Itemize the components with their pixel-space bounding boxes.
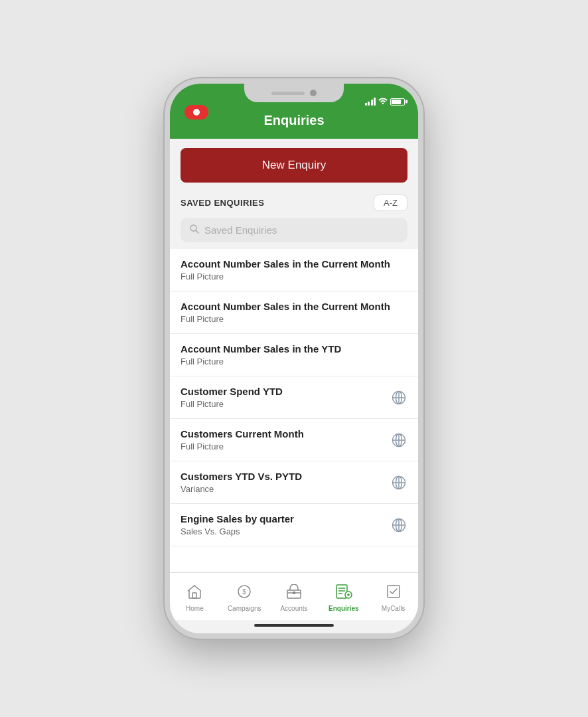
enquiry-title-1: Account Number Sales in the Current Mont…: [181, 258, 407, 270]
page-title: Enquiries: [263, 113, 324, 127]
enquiry-item-3[interactable]: Account Number Sales in the YTD Full Pic…: [170, 334, 418, 376]
enquiry-title-5: Customers Current Month: [181, 428, 390, 439]
signal-icon: [365, 98, 376, 106]
speaker: [271, 92, 305, 95]
search-placeholder: Saved Enquiries: [204, 224, 277, 236]
enquiry-text-3: Account Number Sales in the YTD Full Pic…: [181, 343, 407, 366]
globe-icon-7: [390, 517, 407, 534]
main-content: New Enquiry SAVED ENQUIRIES A-Z Saved En…: [170, 139, 418, 572]
enquiry-text-2: Account Number Sales in the Current Mont…: [181, 301, 407, 324]
record-dot: [193, 109, 200, 116]
tab-enquiries-label: Enquiries: [329, 605, 359, 612]
wifi-icon: [378, 97, 388, 106]
enquiry-subtitle-4: Full Picture: [181, 399, 390, 409]
status-icons: [365, 93, 405, 106]
enquiry-item-4[interactable]: Customer Spend YTD Full Picture: [170, 376, 418, 419]
enquiry-text-1: Account Number Sales in the Current Mont…: [181, 258, 407, 281]
tab-campaigns-label: Campaigns: [228, 605, 261, 612]
enquiry-text-4: Customer Spend YTD Full Picture: [181, 386, 390, 409]
enquiry-text-5: Customers Current Month Full Picture: [181, 428, 390, 451]
saved-enquiries-header: SAVED ENQUIRIES A-Z: [170, 192, 418, 218]
tab-mycalls-label: MyCalls: [382, 605, 405, 612]
svg-text:$: $: [242, 588, 246, 596]
enquiry-title-4: Customer Spend YTD: [181, 386, 390, 397]
record-button[interactable]: [184, 105, 208, 120]
enquiry-subtitle-7: Sales Vs. Gaps: [181, 526, 390, 536]
battery-icon: [390, 98, 405, 106]
tab-mycalls[interactable]: MyCalls: [368, 584, 418, 612]
sort-button[interactable]: A-Z: [374, 195, 407, 211]
enquiry-item-7[interactable]: Engine Sales by quarter Sales Vs. Gaps: [170, 504, 418, 546]
enquiry-subtitle-2: Full Picture: [181, 314, 407, 324]
enquiry-list: Account Number Sales in the Current Mont…: [170, 249, 418, 572]
new-enquiry-button[interactable]: New Enquiry: [181, 148, 407, 183]
svg-rect-18: [192, 593, 196, 598]
phone-frame: Enquiries New Enquiry SAVED ENQUIRIES A-…: [165, 78, 423, 639]
home-indicator: [170, 620, 418, 633]
status-bar-area: [170, 84, 418, 106]
tab-bar: Home $ Campaigns Accounts: [170, 572, 418, 620]
search-icon: [190, 224, 199, 236]
tab-accounts-label: Accounts: [280, 605, 307, 612]
svg-line-1: [196, 230, 198, 233]
globe-icon-4: [390, 389, 407, 406]
section-label: SAVED ENQUIRIES: [181, 198, 264, 208]
enquiries-icon: [335, 584, 352, 603]
accounts-icon: [286, 584, 302, 603]
enquiry-item-5[interactable]: Customers Current Month Full Picture: [170, 419, 418, 461]
search-bar[interactable]: Saved Enquiries: [181, 218, 407, 242]
enquiry-subtitle-6: Variance: [181, 484, 390, 494]
globe-icon-6: [390, 474, 407, 491]
enquiry-title-2: Account Number Sales in the Current Mont…: [181, 301, 407, 312]
camera: [310, 90, 317, 96]
enquiry-subtitle-5: Full Picture: [181, 441, 390, 451]
time-display: [183, 93, 223, 97]
tab-accounts[interactable]: Accounts: [269, 584, 319, 612]
enquiry-title-3: Account Number Sales in the YTD: [181, 343, 407, 355]
tab-enquiries[interactable]: Enquiries: [319, 584, 368, 612]
tab-home[interactable]: Home: [170, 584, 220, 612]
svg-rect-23: [293, 592, 295, 594]
home-icon: [186, 584, 202, 603]
enquiry-item-6[interactable]: Customers YTD Vs. PYTD Variance: [170, 461, 418, 504]
tab-home-label: Home: [186, 605, 204, 612]
enquiry-subtitle-1: Full Picture: [181, 272, 407, 281]
mycalls-icon: [386, 584, 402, 603]
enquiry-text-6: Customers YTD Vs. PYTD Variance: [181, 471, 390, 494]
enquiry-item-2[interactable]: Account Number Sales in the Current Mont…: [170, 291, 418, 334]
enquiry-title-7: Engine Sales by quarter: [181, 513, 390, 524]
enquiry-item-1[interactable]: Account Number Sales in the Current Mont…: [170, 249, 418, 291]
globe-icon-5: [390, 432, 407, 449]
enquiry-title-6: Customers YTD Vs. PYTD: [181, 471, 390, 482]
enquiry-subtitle-3: Full Picture: [181, 357, 407, 366]
campaigns-icon: $: [236, 584, 252, 603]
notch: [244, 84, 344, 102]
home-bar: [254, 624, 334, 627]
enquiry-text-7: Engine Sales by quarter Sales Vs. Gaps: [181, 513, 390, 536]
tab-campaigns[interactable]: $ Campaigns: [220, 584, 269, 612]
